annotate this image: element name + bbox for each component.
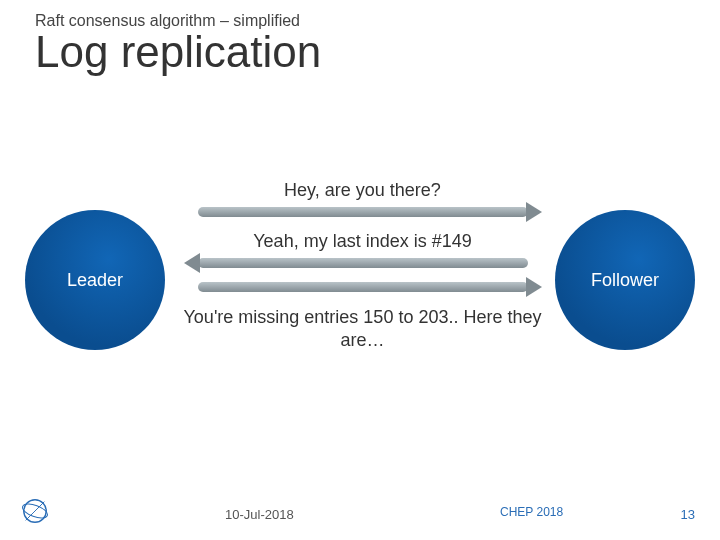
message-3-text: You're missing entries 150 to 203.. Here… <box>180 306 545 351</box>
arrow-right-icon <box>198 207 528 217</box>
messages-block: Hey, are you there? Yeah, my last index … <box>180 180 545 351</box>
page-number: 13 <box>681 507 695 522</box>
message-2-text: Yeah, my last index is #149 <box>180 231 545 252</box>
footer: 10-Jul-2018 CHEP 2018 13 <box>0 500 720 530</box>
arrow-left-icon <box>198 258 528 268</box>
arrow-right-icon <box>198 282 528 292</box>
message-2: Yeah, my last index is #149 <box>180 231 545 268</box>
message-3: You're missing entries 150 to 203.. Here… <box>180 282 545 351</box>
cern-logo-icon <box>20 496 50 526</box>
leader-node-label: Leader <box>67 270 123 291</box>
leader-node: Leader <box>25 210 165 350</box>
footer-conference: CHEP 2018 <box>500 505 563 519</box>
page-title: Log replication <box>35 30 321 74</box>
footer-date: 10-Jul-2018 <box>225 507 294 522</box>
follower-node-label: Follower <box>591 270 659 291</box>
slide: Raft consensus algorithm – simplified Lo… <box>0 0 720 540</box>
message-1: Hey, are you there? <box>180 180 545 217</box>
follower-node: Follower <box>555 210 695 350</box>
message-1-text: Hey, are you there? <box>180 180 545 201</box>
